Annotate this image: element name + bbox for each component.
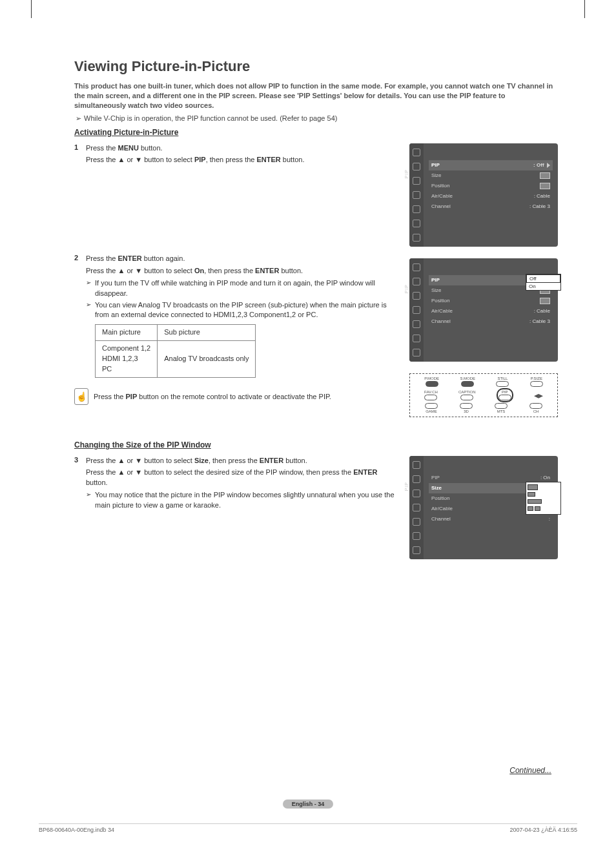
osd-icon <box>413 475 420 483</box>
osd2-row-aircable: Air/Cable: Cable <box>429 306 553 316</box>
osd-icon <box>413 278 420 285</box>
osd-icon <box>413 504 420 511</box>
osd-icon <box>413 461 420 469</box>
osd-screenshot-2: PIP PIP: Size Position Air/Cable: Cable … <box>409 258 558 362</box>
remote-btn-game: GAME <box>425 403 438 413</box>
step-3: 3 Press the ▲ or ▼ button to select Size… <box>74 456 398 513</box>
osd3-size-dropdown <box>526 482 561 515</box>
osd2-row-channel: Channel: Cable 3 <box>429 316 553 327</box>
chevron-right-icon <box>547 163 550 168</box>
osd2-row-position: Position <box>429 296 553 306</box>
position-preview-icon <box>540 183 550 189</box>
osd-icon <box>413 518 420 526</box>
position-preview-icon <box>540 298 550 304</box>
page-footer: English - 34 <box>0 801 616 807</box>
osd-icon <box>413 490 420 497</box>
remote-btn-psize: P.SIZE <box>530 377 543 387</box>
step-1-line2: Press the ▲ or ▼ button to select PIP, t… <box>86 155 398 165</box>
osd-icon <box>413 335 420 342</box>
step-3-line1: Press the ▲ or ▼ button to select Size, … <box>86 456 398 466</box>
step-2-num: 2 <box>74 254 86 384</box>
remote-btn-smode: S.MODE <box>460 377 475 387</box>
step-2-line2: Press the ▲ or ▼ button to select On, th… <box>86 266 398 276</box>
vchip-note-text: While V-Chip is in operation, the PIP fu… <box>84 114 337 122</box>
hand-icon: ☝ <box>74 388 88 405</box>
remote-btn-pip-highlighted: PIP <box>497 388 513 402</box>
osd3-left-icons <box>409 456 424 559</box>
remote-hint-text: Press the PIP button on the remote contr… <box>94 393 331 400</box>
step-1: 1 Press the MENU button. Press the ▲ or … <box>74 143 398 168</box>
remote-btn-mts: MTS <box>495 403 508 413</box>
osd2-tab-label: PIP <box>404 284 409 293</box>
intro-paragraph: This product has one built-in tuner, whi… <box>74 81 558 110</box>
document-footer: BP68-00640A-00Eng.indb 34 2007-04-23 ¿ÀÈ… <box>39 823 577 833</box>
osd-icon <box>413 263 420 271</box>
step-1-line1: Press the MENU button. <box>86 143 398 154</box>
table-h1: Main picture <box>96 324 158 340</box>
remote-btn-pmode: P.MODE <box>424 377 439 387</box>
step-2-note2: You can view Analog TV broadcasts on the… <box>86 300 398 320</box>
osd-icon <box>413 320 420 328</box>
size-option-large-icon <box>528 484 538 490</box>
size-option-wide-icon <box>528 499 542 504</box>
size-option-med-icon <box>528 492 535 497</box>
size-option-b-icon <box>535 506 540 511</box>
dropdown-option-on: On <box>526 283 560 290</box>
size-option-a-icon <box>528 506 533 511</box>
osd-icon <box>413 149 420 156</box>
osd-icon <box>413 306 420 314</box>
remote-hint: ☝ Press the PIP button on the remote con… <box>74 388 398 405</box>
osd2-pip-dropdown: Off On <box>526 274 561 291</box>
osd1-tab-label: PIP <box>404 169 409 178</box>
page-title: Viewing Picture-in-Picture <box>74 58 558 75</box>
osd-icon <box>413 191 420 199</box>
osd-icon <box>413 532 420 540</box>
remote-diagram: P.MODE S.MODE STILL P.SIZE FAV.CH CAPTIO… <box>409 373 558 417</box>
pip-compat-table: Main pictureSub picture Component 1,2 HD… <box>95 324 256 378</box>
section-size: Changing the Size of the PIP Window <box>74 440 558 449</box>
step-3-line2: Press the ▲ or ▼ button to select the de… <box>86 468 398 488</box>
remote-btn-favch: FAV.CH <box>424 390 438 400</box>
table-h2: Sub picture <box>158 324 256 340</box>
osd-icon <box>413 349 420 356</box>
step-3-num: 3 <box>74 456 86 513</box>
osd-screenshot-3: PIP PIP: On Size: Position: Air/Cable: C… <box>409 456 558 559</box>
table-c2: Analog TV broadcasts only <box>158 340 256 377</box>
step-2: 2 Press the ENTER button again. Press th… <box>74 254 398 384</box>
section-activating: Activating Picture-in-Picture <box>74 128 558 137</box>
step-2-line1: Press the ENTER button again. <box>86 254 398 264</box>
continued-label: Continued... <box>509 766 551 775</box>
page-number-badge: English - 34 <box>283 800 334 809</box>
osd1-row-aircable: Air/Cable: Cable <box>429 191 553 201</box>
dropdown-option-off: Off <box>526 274 560 283</box>
osd3-tab-label: PIP <box>404 482 409 491</box>
remote-btn-3d: 3D <box>460 403 473 413</box>
osd-icon <box>413 163 420 170</box>
remote-btn-ch: CH <box>529 403 542 413</box>
size-preview-icon <box>540 172 550 179</box>
osd-screenshot-1: PIP PIP: Off Size Position Air/Cable: Ca… <box>409 143 558 247</box>
osd-icon <box>413 234 420 242</box>
osd-icon <box>413 220 420 227</box>
osd1-left-icons <box>409 143 424 247</box>
vchip-note: ➢ While V-Chip is in operation, the PIP … <box>74 114 558 123</box>
osd-icon <box>413 177 420 185</box>
osd1-row-size: Size <box>429 170 553 181</box>
doc-footer-left: BP68-00640A-00Eng.indb 34 <box>39 827 114 833</box>
osd-icon <box>413 546 420 554</box>
osd1-row-position: Position <box>429 181 553 191</box>
step-2-note1: If you turn the TV off while watching in… <box>86 278 398 298</box>
osd1-row-channel: Channel: Cable 3 <box>429 201 553 212</box>
osd-icon <box>413 292 420 300</box>
osd3-row-channel: Channel: <box>429 514 553 524</box>
remote-btn-caption: CAPTION <box>458 390 476 400</box>
osd2-left-icons <box>409 258 424 362</box>
osd1-row-pip: PIP: Off <box>429 160 553 170</box>
remote-btn-still: STILL <box>496 377 509 387</box>
step-1-num: 1 <box>74 143 86 168</box>
step-3-note1: You may notice that the picture in the P… <box>86 490 398 510</box>
table-c1: Component 1,2 HDMI 1,2,3 PC <box>96 340 158 377</box>
remote-btn-arrow: ◂▸ <box>534 389 543 400</box>
osd-icon <box>413 205 420 213</box>
doc-footer-right: 2007-04-23 ¿ÀÈÄ 4:16:55 <box>509 827 577 833</box>
